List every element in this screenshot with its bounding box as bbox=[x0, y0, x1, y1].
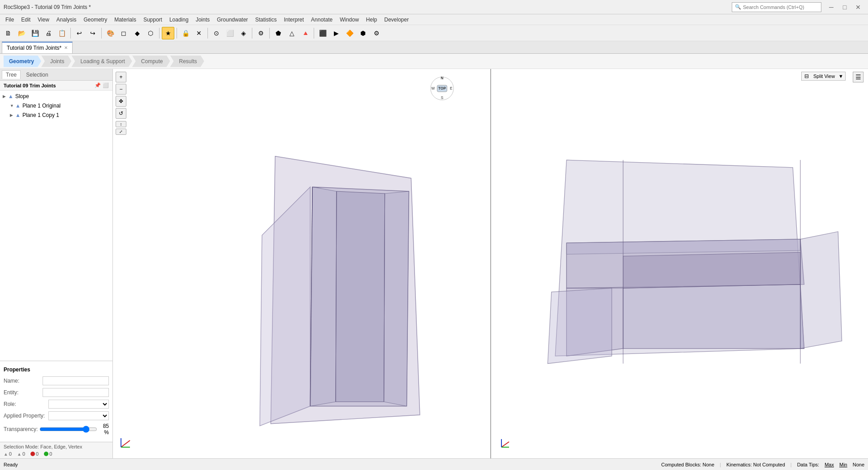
expand-button[interactable]: ⤢ bbox=[116, 129, 126, 135]
workflow-step-compute[interactable]: Compute bbox=[132, 56, 170, 67]
sidebar: Tree Selection Tutorial 09 Trim Joints 📌… bbox=[0, 69, 113, 458]
transparency-slider[interactable] bbox=[39, 426, 97, 433]
zoom-out-button[interactable]: − bbox=[116, 84, 126, 95]
lock-icon-2[interactable]: 🔒 bbox=[96, 112, 103, 118]
viewport-right[interactable]: ⊟ Split View ▼ ☰ bbox=[491, 69, 868, 458]
maximize-button[interactable]: □ bbox=[838, 1, 851, 13]
workflow-step-geometry[interactable]: Geometry bbox=[4, 56, 41, 67]
tree-item-1[interactable]: ▼ ▲ Plane 1 Original 👁 🔒 🗑 bbox=[1, 101, 112, 110]
workflow-step-results[interactable]: Results bbox=[170, 56, 204, 67]
expand-icon-0[interactable]: ▶ bbox=[3, 94, 8, 99]
sidebar-tab-tree[interactable]: Tree bbox=[2, 70, 21, 79]
prop-input-0[interactable] bbox=[43, 376, 109, 385]
menu-item-edit[interactable]: Edit bbox=[17, 16, 34, 24]
prop-select-3[interactable] bbox=[48, 411, 109, 420]
toolbar-button-26[interactable]: △ bbox=[285, 27, 298, 39]
menu-item-geometry[interactable]: Geometry bbox=[80, 16, 111, 24]
zoom-in-button[interactable]: + bbox=[116, 72, 126, 82]
viewport-settings-button[interactable]: ☰ bbox=[853, 72, 864, 82]
properties-title: Properties bbox=[4, 365, 109, 376]
toolbar-button-31[interactable]: 🔶 bbox=[343, 27, 356, 39]
property-row-0: Name: bbox=[4, 376, 109, 385]
tab-close-button[interactable]: ✕ bbox=[64, 45, 68, 50]
menu-item-annotate[interactable]: Annotate bbox=[307, 16, 336, 24]
fit-button[interactable]: ↕ bbox=[116, 121, 126, 127]
status-counts: ▲0 ▲0 0 0 bbox=[4, 451, 109, 457]
toolbar-button-21[interactable]: ◈ bbox=[237, 27, 250, 39]
minimize-button[interactable]: ─ bbox=[825, 1, 838, 13]
visibility-icon-1[interactable]: 👁 bbox=[89, 102, 95, 109]
toolbar-button-25[interactable]: ⬟ bbox=[272, 27, 285, 39]
pan-button[interactable]: ✥ bbox=[116, 96, 126, 107]
rotate-button[interactable]: ↺ bbox=[116, 108, 126, 119]
workflow-step-joints[interactable]: Joints bbox=[41, 56, 71, 67]
menu-item-developer[interactable]: Developer bbox=[381, 16, 413, 24]
transparency-value: 85 % bbox=[99, 423, 109, 436]
sidebar-icon-pin[interactable]: 📌 bbox=[95, 82, 101, 88]
toolbar-button-16[interactable]: 🔒 bbox=[179, 27, 192, 39]
toolbar-button-4[interactable]: 📋 bbox=[56, 27, 68, 39]
toolbar-button-17[interactable]: ✕ bbox=[193, 27, 205, 39]
lock-icon-1[interactable]: 🔒 bbox=[96, 102, 103, 109]
menu-item-interpret[interactable]: Interpret bbox=[280, 16, 307, 24]
prop-select-2[interactable] bbox=[48, 400, 109, 409]
toolbar-button-0[interactable]: 🗎 bbox=[2, 27, 14, 39]
expand-icon-1[interactable]: ▼ bbox=[10, 103, 15, 108]
visibility-icon-2[interactable]: 👁 bbox=[89, 112, 95, 118]
menu-item-window[interactable]: Window bbox=[336, 16, 363, 24]
toolbar-button-6[interactable]: ↩ bbox=[73, 27, 86, 39]
toolbar-button-11[interactable]: ◆ bbox=[131, 27, 143, 39]
search-input[interactable] bbox=[743, 4, 810, 10]
menu-item-statistics[interactable]: Statistics bbox=[251, 16, 280, 24]
menu-item-view[interactable]: View bbox=[34, 16, 53, 24]
toolbar-button-10[interactable]: ◻ bbox=[117, 27, 130, 39]
menu-item-loading[interactable]: Loading bbox=[166, 16, 192, 24]
toolbar-button-3[interactable]: 🖨 bbox=[42, 27, 55, 39]
lock-icon-0[interactable]: 🔒 bbox=[96, 93, 103, 99]
search-box[interactable]: 🔍 bbox=[732, 2, 821, 12]
menu-item-support[interactable]: Support bbox=[140, 16, 166, 24]
tree-item-0[interactable]: ▶ ▲ Slope 👁 🔒 🗑 bbox=[1, 91, 112, 101]
tree-item-2[interactable]: ▶ ▲ Plane 1 Copy 1 👁 🔒 🗑 bbox=[1, 110, 112, 120]
toolbar-button-33[interactable]: ⚙ bbox=[370, 27, 383, 39]
menu-item-materials[interactable]: Materials bbox=[111, 16, 140, 24]
status-bar: Ready Computed Blocks: None | Kinematics… bbox=[0, 458, 868, 470]
sidebar-tab-selection[interactable]: Selection bbox=[22, 71, 52, 79]
prop-label-1: Entity: bbox=[4, 389, 43, 396]
prop-input-1[interactable] bbox=[43, 388, 109, 397]
svg-text:TOP: TOP bbox=[438, 86, 446, 91]
toolbar-button-7[interactable]: ↪ bbox=[86, 27, 99, 39]
toolbar-button-9[interactable]: 🎨 bbox=[104, 27, 117, 39]
delete-icon-1[interactable]: 🗑 bbox=[104, 102, 110, 109]
sidebar-icon-expand[interactable]: ⬜ bbox=[103, 82, 109, 88]
workflow-step-loading-&-support[interactable]: Loading & Support bbox=[71, 56, 132, 67]
toolbar-button-29[interactable]: ⬛ bbox=[316, 27, 329, 39]
delete-icon-2[interactable]: 🗑 bbox=[104, 112, 110, 118]
menu-item-joints[interactable]: Joints bbox=[192, 16, 213, 24]
menu-item-analysis[interactable]: Analysis bbox=[53, 16, 80, 24]
close-button[interactable]: ✕ bbox=[852, 1, 864, 13]
toolbar-button-23[interactable]: ⚙ bbox=[255, 27, 267, 39]
max-label[interactable]: Max bbox=[825, 462, 834, 467]
menu-item-groundwater[interactable]: Groundwater bbox=[213, 16, 251, 24]
visibility-icon-0[interactable]: 👁 bbox=[89, 93, 95, 99]
document-tab[interactable]: Tutorial 09 Trim Joints* ✕ bbox=[2, 42, 73, 53]
split-view-arrow[interactable]: ▼ bbox=[837, 73, 845, 80]
menu-item-help[interactable]: Help bbox=[363, 16, 381, 24]
toolbar-button-1[interactable]: 📂 bbox=[15, 27, 28, 39]
toolbar-button-20[interactable]: ⬜ bbox=[224, 27, 236, 39]
delete-icon-0[interactable]: 🗑 bbox=[104, 93, 110, 99]
toolbar-button-14[interactable]: ★ bbox=[162, 27, 174, 39]
menu-item-file[interactable]: File bbox=[2, 16, 17, 24]
toolbar-button-30[interactable]: ▶ bbox=[330, 27, 342, 39]
toolbar-button-32[interactable]: ⬢ bbox=[357, 27, 369, 39]
toolbar-button-2[interactable]: 💾 bbox=[29, 27, 41, 39]
min-label[interactable]: Min bbox=[839, 462, 847, 467]
expand-icon-2[interactable]: ▶ bbox=[10, 113, 15, 117]
toolbar-button-12[interactable]: ⬡ bbox=[144, 27, 157, 39]
viewport-left[interactable]: + − ✥ ↺ ↕ ⤢ TOP N S W E bbox=[113, 69, 491, 458]
split-view-control[interactable]: ⊟ Split View ▼ bbox=[801, 72, 846, 81]
axes-indicator-left bbox=[117, 434, 134, 453]
toolbar-button-27[interactable]: 🔺 bbox=[299, 27, 311, 39]
toolbar-button-19[interactable]: ⊙ bbox=[210, 27, 223, 39]
